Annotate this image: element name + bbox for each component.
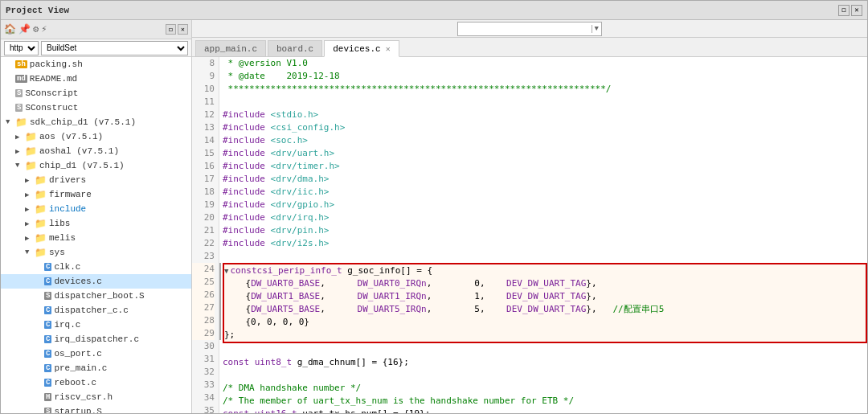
file-icon-dboot: S [44, 292, 51, 300]
file-icon-packing: sh [15, 60, 27, 68]
tree-item-aos[interactable]: ▶ 📁 aos (v7.5.1) [1, 129, 191, 144]
tab-app-main[interactable]: app_main.c [195, 40, 266, 56]
file-icon-os: C [44, 350, 51, 358]
settings-icon[interactable]: ⚙ [33, 23, 39, 35]
buildset-dropdown[interactable]: BuildSet [41, 41, 188, 55]
tree-item-dispatcher-c[interactable]: C dispatcher_c.c [1, 303, 191, 318]
code-line-32 [223, 369, 867, 382]
sidebar-filter-bar: http BuildSet [1, 39, 191, 57]
editor-panel: ▼ app_main.c board.c devices.c ✕ [192, 20, 867, 413]
file-icon-irqd: C [44, 335, 51, 343]
file-path-combo[interactable]: ▼ [457, 22, 602, 36]
tree-item-clk[interactable]: C clk.c [1, 260, 191, 274]
highlight-region: ▼const csi_perip_info_t g_soc_info[] = {… [223, 263, 867, 343]
code-line-28: {0, 0, 0, 0} [224, 316, 866, 329]
tree-label-os: os_port.c [54, 349, 101, 359]
tree-item-packing[interactable]: sh packing.sh [1, 57, 191, 72]
code-line-16: #include <drv/timer.h> [223, 160, 867, 173]
tree-item-libs[interactable]: ▶ 📁 libs [1, 216, 191, 231]
tab-close-icon[interactable]: ✕ [386, 44, 391, 54]
sidebar-float-button[interactable]: ◻ [166, 24, 176, 35]
file-icon-reboot: C [44, 379, 51, 387]
maximize-button[interactable]: ✕ [851, 5, 862, 16]
tree-label-packing: packing.sh [30, 59, 83, 69]
tree-label-devices: devices.c [54, 277, 101, 286]
code-line-14: #include <soc.h> [223, 134, 867, 147]
tree-item-readme[interactable]: md README.md [1, 72, 191, 86]
tree-item-aoshal[interactable]: ▶ 📁 aoshal (v7.5.1) [1, 144, 191, 158]
tree-item-irq-disp[interactable]: C irq_dispatcher.c [1, 332, 191, 346]
tree-label-dc: dispatcher_c.c [54, 305, 128, 315]
code-line-8: * @version V1.0 [223, 57, 867, 70]
project-tree: sh packing.sh md README.md S SConscript [1, 57, 191, 413]
tree-item-pre-main[interactable]: C pre_main.c [1, 361, 191, 375]
tree-item-include[interactable]: ▶ 📁 include [1, 202, 191, 216]
folder-icon-libs: 📁 [35, 218, 47, 230]
tab-label-app-main: app_main.c [204, 44, 257, 54]
tree-item-irq[interactable]: C irq.c [1, 318, 191, 332]
tree-label-sdk: sdk_chip_d1 (v7.5.1) [30, 117, 136, 127]
folder-icon-sdk: 📁 [15, 117, 27, 129]
tab-board-c[interactable]: board.c [268, 40, 322, 56]
tree-item-sconscript[interactable]: S SConscript [1, 86, 191, 100]
sidebar-close-button[interactable]: ✕ [178, 24, 188, 35]
file-icon-devices: C [44, 277, 51, 285]
pin-icon[interactable]: 📌 [18, 23, 31, 35]
file-icon-pm: C [44, 364, 51, 372]
window-titlebar: Project View ◻ ✕ [1, 1, 867, 20]
folder-icon-sys: 📁 [35, 247, 47, 259]
home-icon[interactable]: 🏠 [4, 23, 16, 35]
tree-item-sdk[interactable]: ▼ 📁 sdk_chip_d1 (v7.5.1) [1, 115, 191, 129]
file-icon-sconstruct: S [15, 104, 23, 112]
fold-arrow-icon[interactable]: ▼ [224, 264, 228, 277]
file-icon-clk: C [44, 263, 51, 271]
tree-label-dboot: dispatcher_boot.S [54, 291, 144, 301]
editor-topbar: ▼ [192, 20, 867, 38]
tree-label-sconstruct: SConstruct [25, 103, 78, 113]
tree-item-dispatcher-boot[interactable]: S dispatcher_boot.S [1, 289, 191, 303]
bolt-icon[interactable]: ⚡ [41, 23, 47, 35]
code-line-35: const uint16_t uart_tx_hs_num[] = {19}; [223, 408, 867, 413]
code-line-27: {DW_UART5_BASE, DW_UART5_IRQn, 5, DEV_DW… [224, 303, 866, 316]
tree-label-sys: sys [49, 248, 65, 257]
tree-item-devices[interactable]: C devices.c [1, 274, 191, 289]
code-line-25: {DW_UART0_BASE, DW_UART0_IRQn, 0, DEV_DW… [224, 277, 866, 290]
folder-icon-include: 📁 [35, 203, 47, 215]
tree-item-sys[interactable]: ▼ 📁 sys [1, 245, 191, 260]
tree-item-startup[interactable]: S startup.S [1, 404, 191, 413]
code-line-11 [223, 96, 867, 109]
folder-icon-melis: 📁 [35, 232, 47, 244]
sidebar-toolbar: 🏠 📌 ⚙ ⚡ ◻ ✕ [1, 20, 191, 39]
tree-label-startup: startup.S [54, 407, 101, 413]
tree-item-os-port[interactable]: C os_port.c [1, 346, 191, 361]
code-content: * @version V1.0 * @date 2019-12-18 *****… [219, 57, 867, 413]
tree-item-sconstruct[interactable]: S SConstruct [1, 100, 191, 115]
code-line-31: const uint8_t g_dma_chnum[] = {16}; [223, 356, 867, 369]
code-line-23 [223, 250, 867, 263]
folder-icon-chip: 📁 [25, 160, 37, 172]
tab-devices-c[interactable]: devices.c ✕ [324, 40, 399, 57]
code-line-24: ▼const csi_perip_info_t g_soc_info[] = { [224, 264, 866, 277]
tree-item-drivers[interactable]: ▶ 📁 drivers [1, 173, 191, 187]
tree-item-chip[interactable]: ▼ 📁 chip_d1 (v7.5.1) [1, 158, 191, 173]
tree-label-aos: aos (v7.5.1) [39, 132, 103, 141]
code-line-12: #include <stdio.h> [223, 109, 867, 121]
combo-arrow-icon[interactable]: ▼ [592, 25, 601, 33]
folder-icon-firmware: 📁 [35, 189, 47, 201]
http-dropdown[interactable]: http [4, 41, 39, 55]
tree-item-reboot[interactable]: C reboot.c [1, 375, 191, 390]
tree-label-reboot: reboot.c [54, 378, 96, 387]
folder-icon-drivers: 📁 [35, 174, 47, 187]
minimize-button[interactable]: ◻ [838, 5, 850, 16]
tab-label-devices-c: devices.c [333, 44, 380, 54]
tree-label-include: include [49, 204, 86, 214]
code-line-19: #include <drv/gpio.h> [223, 199, 867, 211]
window-title: Project View [6, 6, 69, 15]
tab-label-board-c: board.c [276, 44, 313, 54]
tree-item-firmware[interactable]: ▶ 📁 firmware [1, 187, 191, 202]
file-icon-readme: md [15, 75, 27, 83]
folder-icon-aoshal: 📁 [25, 146, 37, 158]
tree-item-melis[interactable]: ▶ 📁 melis [1, 231, 191, 245]
tree-label-riscv: riscv_csr.h [54, 392, 113, 402]
tree-item-riscv[interactable]: H riscv_csr.h [1, 390, 191, 404]
